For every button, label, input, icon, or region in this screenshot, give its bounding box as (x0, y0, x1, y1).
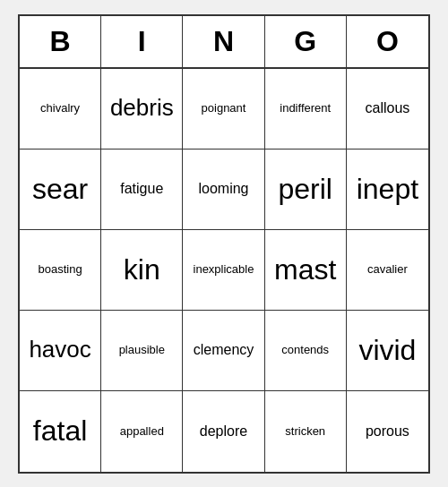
cell-text: looming (198, 180, 248, 197)
cell-text: fatal (33, 414, 87, 448)
bingo-header: BINGO (20, 16, 428, 69)
bingo-cell-2-0: boasting (20, 230, 101, 311)
bingo-cell-0-3: indifferent (265, 69, 347, 150)
cell-text: inexplicable (194, 262, 254, 277)
bingo-cell-3-0: havoc (20, 311, 101, 391)
cell-text: debris (110, 94, 174, 122)
bingo-cell-0-0: chivalry (20, 69, 101, 150)
cell-text: callous (365, 99, 409, 116)
bingo-cell-2-1: kin (101, 230, 183, 311)
cell-text: mast (274, 252, 336, 286)
bingo-cell-4-0: fatal (20, 391, 101, 472)
bingo-cell-4-2: deplore (183, 391, 264, 472)
header-letter-n: N (183, 16, 264, 67)
cell-text: porous (366, 423, 409, 440)
cell-text: cavalier (367, 262, 408, 277)
cell-text: sear (32, 172, 88, 206)
cell-text: chivalry (40, 101, 80, 115)
header-letter-o: O (347, 16, 428, 67)
header-letter-g: G (265, 16, 347, 67)
cell-text: inept (357, 172, 418, 206)
bingo-cell-0-1: debris (101, 69, 183, 150)
cell-text: contends (281, 343, 329, 357)
bingo-cell-1-4: inept (347, 150, 428, 230)
bingo-cell-2-3: mast (265, 230, 347, 311)
bingo-cell-3-1: plausible (101, 311, 183, 391)
bingo-cell-4-1: appalled (101, 391, 183, 472)
bingo-cell-1-0: sear (20, 150, 101, 230)
cell-text: appalled (120, 424, 164, 439)
cell-text: boasting (39, 262, 82, 277)
header-letter-i: I (101, 16, 183, 67)
bingo-cell-4-3: stricken (265, 391, 347, 472)
bingo-cell-3-2: clemency (183, 311, 264, 391)
cell-text: fatigue (120, 180, 163, 197)
cell-text: plausible (119, 343, 165, 357)
cell-text: vivid (358, 333, 416, 367)
bingo-cell-4-4: porous (347, 391, 428, 472)
bingo-cell-3-4: vivid (347, 311, 428, 391)
bingo-grid: chivalrydebrispoignantindifferentcallous… (20, 69, 428, 472)
bingo-cell-1-1: fatigue (101, 150, 183, 230)
header-letter-b: B (20, 16, 101, 67)
cell-text: clemency (194, 341, 254, 358)
cell-text: indifferent (280, 101, 331, 115)
bingo-cell-2-4: cavalier (347, 230, 428, 311)
cell-text: deplore (200, 423, 247, 440)
bingo-cell-1-2: looming (183, 150, 264, 230)
bingo-cell-0-2: poignant (183, 69, 264, 150)
bingo-cell-3-3: contends (265, 311, 347, 391)
bingo-cell-0-4: callous (347, 69, 428, 150)
cell-text: poignant (202, 101, 246, 115)
cell-text: havoc (29, 336, 90, 363)
cell-text: stricken (285, 424, 325, 439)
bingo-cell-1-3: peril (265, 150, 347, 230)
cell-text: kin (124, 252, 160, 286)
cell-text: peril (278, 172, 332, 206)
bingo-card: BINGO chivalrydebrispoignantindifferentc… (18, 14, 430, 474)
bingo-cell-2-2: inexplicable (183, 230, 264, 311)
